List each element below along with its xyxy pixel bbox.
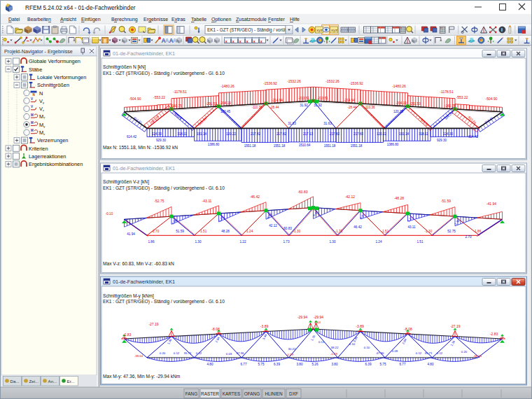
svg-text:HLINIEN: HLINIEN (265, 391, 283, 396)
svg-text:-1532.26: -1532.26 (287, 79, 301, 83)
svg-text:6.77: 6.77 (400, 363, 406, 366)
svg-text:217.82: 217.82 (330, 132, 340, 136)
svg-text:0.09: 0.09 (392, 349, 398, 353)
svg-text:614.42: 614.42 (468, 135, 478, 139)
svg-text:Tabelle: Tabelle (191, 17, 206, 22)
svg-text:An...: An... (48, 379, 57, 384)
svg-text:-1.51: -1.51 (382, 230, 389, 233)
svg-text:-0.29: -0.29 (286, 353, 294, 356)
svg-text:-214.94: -214.94 (344, 99, 355, 102)
svg-text:EK1 : GZT (STR/GEO) - Ständig: EK1 : GZT (STR/GEO) - Ständig / vorüberg… (103, 71, 225, 76)
svg-text:-110.36: -110.36 (251, 106, 262, 109)
svg-text:124.30: 124.30 (443, 132, 453, 136)
svg-text:318.11: 318.11 (419, 132, 428, 136)
svg-text:EK1 - GZT (STR/GEO) - Ständig: EK1 - GZT (STR/GEO) - Ständig / vorüb (207, 27, 287, 33)
svg-text:-1480.26: -1480.26 (392, 84, 406, 88)
svg-text:Optionen: Optionen (211, 17, 232, 22)
svg-text:-213.51: -213.51 (317, 97, 328, 100)
svg-text:6.39: 6.39 (365, 363, 372, 366)
svg-text:0.20: 0.20 (461, 350, 468, 354)
svg-text:V: V (31, 105, 33, 108)
svg-text:-27.19: -27.19 (148, 322, 158, 326)
svg-text:-41.94: -41.94 (486, 202, 496, 206)
svg-text:-48.28: -48.28 (394, 196, 404, 200)
svg-text:-52.75: -52.75 (154, 199, 164, 203)
svg-text:46.42: 46.42 (354, 225, 362, 229)
svg-text:-2.83: -2.83 (123, 332, 132, 337)
svg-text:-1.30: -1.30 (425, 230, 433, 233)
svg-text:-204.19: -204.19 (220, 102, 231, 105)
svg-text:-110.36: -110.36 (364, 106, 375, 109)
svg-text:Berechnung: Berechnung (111, 17, 138, 22)
svg-text:3.80: 3.80 (297, 363, 303, 366)
svg-text:Lokale Verformungen: Lokale Verformungen (37, 74, 86, 80)
svg-text:01-de-Fachwerkbinder, EK1: 01-de-Fachwerkbinder, EK1 (113, 165, 175, 172)
svg-text:0.11: 0.11 (318, 340, 325, 344)
svg-text:M: M (31, 129, 34, 132)
svg-text:-1532.26: -1532.26 (326, 79, 340, 83)
svg-text:Max V-z: 60.83, Min V-z: -60.8: Max V-z: 60.83, Min V-z: -60.83 kN (103, 261, 174, 266)
svg-text:DXF: DXF (289, 391, 298, 396)
svg-text:-8.08: -8.08 (404, 327, 412, 331)
svg-text:-1.24: -1.24 (246, 230, 253, 233)
svg-text:42.12: 42.12 (269, 224, 277, 227)
svg-text:Schnittgrößen N [kN]: Schnittgrößen N [kN] (103, 64, 146, 70)
svg-text:4.80: 4.80 (428, 363, 434, 366)
svg-text:191.14: 191.14 (399, 132, 409, 136)
svg-text:929.30: 929.30 (156, 139, 166, 142)
svg-text:Extras: Extras (172, 17, 186, 22)
svg-text:Ergebnisse: Ergebnisse (144, 17, 168, 22)
svg-text:-1536.92: -1536.92 (263, 81, 277, 85)
svg-text:-1.30: -1.30 (293, 230, 301, 233)
svg-text:FANG: FANG (186, 391, 197, 396)
svg-text:Da...: Da... (10, 379, 20, 384)
svg-text:1551.18: 1551.18 (324, 144, 336, 148)
svg-text:0.12: 0.12 (416, 351, 422, 355)
svg-text:Schnittgrößen M-y [kNm]: Schnittgrößen M-y [kNm] (103, 293, 154, 299)
svg-text:0.20: 0.20 (160, 351, 166, 355)
svg-text:614.42: 614.42 (127, 135, 136, 139)
svg-text:Ansicht: Ansicht (60, 17, 76, 22)
svg-text:217.13: 217.13 (303, 132, 313, 136)
svg-text:-1178.51: -1178.51 (173, 90, 187, 94)
svg-text:38.22: 38.22 (331, 346, 340, 349)
svg-text:35.71: 35.71 (425, 351, 433, 355)
svg-text:Hilfe: Hilfe (290, 17, 300, 22)
svg-text:-8.08: -8.08 (211, 327, 220, 331)
svg-text:-29.94: -29.94 (314, 315, 323, 319)
svg-text:60.83: 60.83 (284, 227, 292, 230)
svg-text:6.39: 6.39 (274, 363, 280, 366)
svg-text:M: M (31, 113, 34, 117)
svg-text:1551.18: 1551.18 (274, 144, 286, 148)
svg-text:0.12: 0.12 (437, 351, 443, 355)
svg-text:-60.83: -60.83 (298, 190, 307, 194)
svg-text:-504.90: -504.90 (130, 97, 141, 101)
svg-text:01-de-Fachwerkbinder, EK1: 01-de-Fachwerkbinder, EK1 (113, 279, 175, 285)
svg-text:-38.64: -38.64 (134, 354, 144, 358)
svg-text:0.10: 0.10 (349, 342, 356, 346)
svg-text:N: N (33, 93, 35, 97)
svg-text:-1.86: -1.86 (474, 230, 482, 233)
svg-text:1510.64: 1510.64 (299, 144, 311, 147)
svg-text:41.94: 41.94 (127, 232, 135, 236)
svg-text:Einfügen: Einfügen (81, 17, 101, 22)
svg-text:-51.59: -51.59 (441, 199, 451, 203)
svg-text:Lagerreaktionen: Lagerreaktionen (29, 153, 66, 160)
svg-text:-43.11: -43.11 (202, 199, 212, 203)
svg-text:124.30: 124.30 (152, 132, 162, 136)
svg-text:Projekt-Navigator - Ergebnisse: Projekt-Navigator - Ergebnisse (4, 48, 73, 55)
svg-text:Verzerrungen: Verzerrungen (37, 137, 68, 144)
svg-text:1551.18: 1551.18 (351, 144, 363, 148)
svg-text:1.73: 1.73 (284, 240, 290, 244)
svg-text:217.82: 217.82 (251, 132, 260, 136)
svg-text:-3.89: -3.89 (356, 324, 364, 328)
svg-text:N: N (39, 90, 43, 97)
svg-text:31.92: 31.92 (300, 104, 308, 107)
svg-text:Zei...: Zei... (29, 379, 39, 384)
svg-text:xyz: xyz (316, 28, 323, 32)
svg-text:01-de-Fachwerkbinder, EK1: 01-de-Fachwerkbinder, EK1 (113, 50, 175, 57)
svg-text:Datei: Datei (8, 17, 20, 22)
svg-text:-0.10: -0.10 (106, 212, 113, 216)
svg-text:30.22: 30.22 (288, 347, 297, 351)
svg-text:-291.53: -291.53 (206, 102, 217, 106)
